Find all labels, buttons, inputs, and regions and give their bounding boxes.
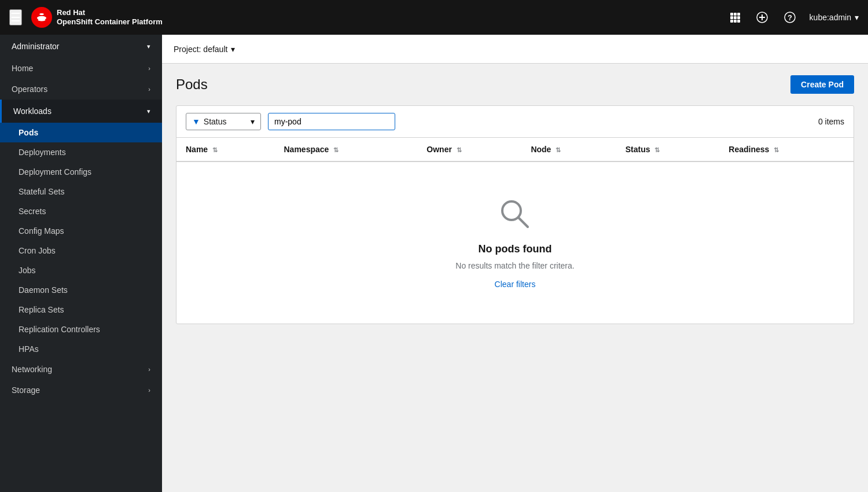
sidebar-workloads-submenu: Pods Deployments Deployment Configs Stat… <box>0 123 162 359</box>
project-label: Project: default <box>174 45 227 54</box>
pods-table: Name ⇅ Namespace ⇅ Owner ⇅ <box>176 138 854 324</box>
brand-logo: Red Hat OpenShift Container Platform <box>31 7 163 28</box>
sidebar-sub-item-cron-jobs[interactable]: Cron Jobs <box>0 241 162 260</box>
sidebar-item-home[interactable]: Home › <box>0 58 162 79</box>
sidebar-workloads-label: Workloads <box>13 107 52 116</box>
nav-right-actions: ? kube:admin ▾ <box>727 9 859 25</box>
brand-openshift-cp: OpenShift Container Platform <box>57 17 163 27</box>
clear-filters-button[interactable]: Clear filters <box>495 280 536 289</box>
sidebar-home-label: Home <box>12 64 33 73</box>
sidebar-hpas-label: HPAs <box>19 344 39 354</box>
readiness-sort-icon: ⇅ <box>774 146 779 153</box>
svg-rect-6 <box>737 16 740 19</box>
name-sort-icon: ⇅ <box>212 146 218 153</box>
top-navigation: ☰ Red Hat OpenShift Container Platform <box>0 0 868 35</box>
sidebar-config-maps-label: Config Maps <box>19 226 64 236</box>
sidebar-sub-item-stateful-sets[interactable]: Stateful Sets <box>0 182 162 201</box>
page-layout: Administrator ▾ Home › Operators › Workl… <box>0 35 868 492</box>
col-name[interactable]: Name ⇅ <box>176 138 275 161</box>
role-label: Administrator <box>12 42 59 51</box>
col-owner[interactable]: Owner ⇅ <box>417 138 521 161</box>
no-results-icon <box>498 197 532 232</box>
no-results-title: No pods found <box>479 243 552 255</box>
svg-rect-4 <box>730 16 733 19</box>
col-node[interactable]: Node ⇅ <box>521 138 616 161</box>
sidebar-replication-controllers-label: Replication Controllers <box>19 325 100 334</box>
sidebar-jobs-label: Jobs <box>19 266 36 275</box>
sidebar-daemon-sets-label: Daemon Sets <box>19 285 68 295</box>
page-title: Pods <box>176 76 208 93</box>
sidebar-sub-item-deployments[interactable]: Deployments <box>0 142 162 162</box>
sidebar-sub-item-jobs[interactable]: Jobs <box>0 260 162 280</box>
main-content: Project: default ▾ Pods Create Pod ▼ Sta… <box>162 35 868 492</box>
sidebar-cron-jobs-label: Cron Jobs <box>19 246 56 255</box>
page-header: Pods Create Pod <box>176 75 854 94</box>
user-dropdown-icon: ▾ <box>855 13 859 22</box>
username-label: kube:admin <box>810 13 851 22</box>
sidebar-sub-item-pods[interactable]: Pods <box>0 123 162 142</box>
status-sort-icon: ⇅ <box>654 146 660 153</box>
brand-text: Red Hat OpenShift Container Platform <box>57 8 163 26</box>
filter-chevron-icon: ▾ <box>251 117 255 126</box>
project-selector[interactable]: Project: default ▾ <box>174 45 235 54</box>
page-content-area: Pods Create Pod ▼ Status ▾ 0 items <box>162 64 868 336</box>
sidebar-item-workloads[interactable]: Workloads ▾ <box>0 100 162 123</box>
svg-line-16 <box>518 218 528 227</box>
search-input[interactable] <box>268 113 395 130</box>
sidebar-sub-item-deployment-configs[interactable]: Deployment Configs <box>0 162 162 182</box>
sidebar-sub-item-daemon-sets[interactable]: Daemon Sets <box>0 280 162 300</box>
filter-dropdown[interactable]: ▼ Status ▾ <box>186 113 261 130</box>
grid-icon <box>730 12 740 23</box>
grid-icon-button[interactable] <box>727 10 742 25</box>
sidebar-home-arrow: › <box>148 65 150 72</box>
hamburger-menu-button[interactable]: ☰ <box>9 9 22 25</box>
svg-rect-7 <box>730 20 733 23</box>
svg-text:?: ? <box>788 13 792 22</box>
sidebar-role-selector[interactable]: Administrator ▾ <box>0 35 162 58</box>
owner-sort-icon: ⇅ <box>457 146 462 153</box>
col-readiness[interactable]: Readiness ⇅ <box>719 138 854 161</box>
items-count: 0 items <box>818 117 844 126</box>
sidebar-item-networking[interactable]: Networking › <box>0 359 162 380</box>
sidebar-sub-item-secrets[interactable]: Secrets <box>0 201 162 221</box>
project-bar: Project: default ▾ <box>162 35 868 64</box>
col-status[interactable]: Status ⇅ <box>616 138 720 161</box>
sidebar-secrets-label: Secrets <box>19 207 46 216</box>
sidebar-deployment-configs-label: Deployment Configs <box>19 167 91 177</box>
user-menu[interactable]: kube:admin ▾ <box>810 13 859 22</box>
node-sort-icon: ⇅ <box>556 146 561 153</box>
filter-icon: ▼ <box>192 117 200 126</box>
sidebar-workloads-arrow: ▾ <box>147 108 150 115</box>
sidebar: Administrator ▾ Home › Operators › Workl… <box>0 35 162 492</box>
empty-state: No pods found No results match the filte… <box>176 162 854 324</box>
svg-rect-5 <box>734 16 737 19</box>
sidebar-sub-item-config-maps[interactable]: Config Maps <box>0 221 162 241</box>
pods-table-card: ▼ Status ▾ 0 items Name <box>176 105 854 324</box>
sidebar-item-operators[interactable]: Operators › <box>0 79 162 100</box>
help-icon-button[interactable]: ? <box>782 9 798 25</box>
plus-icon <box>756 12 768 23</box>
namespace-sort-icon: ⇅ <box>333 146 339 153</box>
brand-redhat: Red Hat <box>57 8 163 17</box>
svg-rect-1 <box>730 13 733 16</box>
sidebar-networking-label: Networking <box>12 365 52 374</box>
question-icon: ? <box>784 12 796 23</box>
sidebar-sub-item-hpas[interactable]: HPAs <box>0 339 162 359</box>
sidebar-sub-item-replication-controllers[interactable]: Replication Controllers <box>0 320 162 339</box>
svg-rect-9 <box>737 20 740 23</box>
create-pod-button[interactable]: Create Pod <box>790 75 854 94</box>
role-dropdown-icon: ▾ <box>147 43 150 50</box>
sidebar-pods-label: Pods <box>19 128 38 137</box>
table-toolbar: ▼ Status ▾ 0 items <box>176 106 854 138</box>
project-dropdown-icon: ▾ <box>231 45 235 54</box>
sidebar-item-storage[interactable]: Storage › <box>0 380 162 401</box>
sidebar-networking-arrow: › <box>148 366 150 373</box>
redhat-logo-icon <box>31 7 52 28</box>
svg-rect-2 <box>734 13 737 16</box>
add-icon-button[interactable] <box>754 9 770 25</box>
col-namespace[interactable]: Namespace ⇅ <box>275 138 418 161</box>
svg-rect-8 <box>734 20 737 23</box>
sidebar-stateful-sets-label: Stateful Sets <box>19 187 64 196</box>
sidebar-sub-item-replica-sets[interactable]: Replica Sets <box>0 300 162 320</box>
sidebar-replica-sets-label: Replica Sets <box>19 305 64 314</box>
